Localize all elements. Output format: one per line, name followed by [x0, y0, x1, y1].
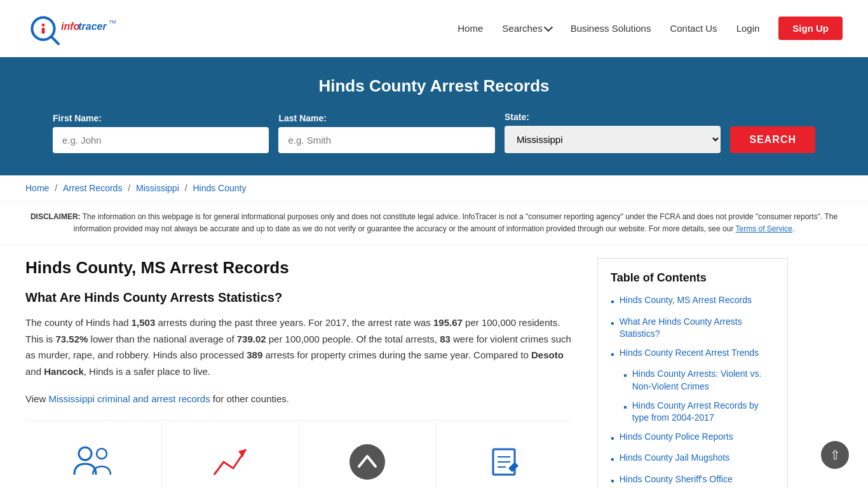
toc-link-6[interactable]: Hinds County Jail Mugshots: [620, 452, 730, 464]
svg-point-2: [42, 24, 45, 27]
svg-marker-9: [238, 449, 246, 458]
county-hancock: Hancock: [44, 366, 84, 377]
stat-property: 389: [247, 349, 262, 360]
toc-link-1[interactable]: What Are Hinds County Arrests Statistics…: [620, 316, 775, 341]
county-desoto: Desoto: [531, 349, 564, 360]
toc-item-5: Hinds County Police Reports: [611, 431, 775, 445]
svg-point-7: [79, 447, 92, 460]
stat-violent: 83: [440, 334, 451, 344]
svg-rect-3: [42, 27, 45, 34]
state-label: State:: [505, 112, 721, 122]
article-paragraph-1: The county of Hinds had 1,503 arrests du…: [25, 315, 572, 379]
toc-item-3: Hinds County Arrests: Violent vs. Non-Vi…: [611, 368, 775, 393]
breadcrumb-sep-2: /: [128, 183, 133, 193]
svg-text:tracer: tracer: [78, 21, 107, 32]
stat-icon-1: [25, 421, 162, 488]
breadcrumb-mississippi[interactable]: Mississippi: [136, 183, 179, 193]
article-main-heading: Hinds County, MS Arrest Records: [25, 258, 572, 278]
toc-box: Table of Contents Hinds County, MS Arres…: [597, 258, 788, 488]
stat-icon-2: [162, 421, 299, 488]
last-name-label: Last Name:: [278, 113, 494, 123]
svg-text:info: info: [61, 21, 80, 32]
stat-icon-4: [436, 421, 572, 488]
nav-contact-us[interactable]: Contact Us: [670, 23, 717, 34]
toc-item-1: What Are Hinds County Arrests Statistics…: [611, 316, 775, 341]
last-name-group: Last Name:: [278, 113, 494, 153]
article-stats-heading: What Are Hinds County Arrests Statistics…: [25, 290, 572, 305]
toc-link-4[interactable]: Hinds County Arrest Records by type from…: [632, 400, 775, 424]
toc-link-7[interactable]: Hinds County Sheriff's Office: [620, 473, 733, 486]
svg-line-1: [52, 37, 58, 43]
signup-button[interactable]: Sign Up: [778, 17, 843, 40]
stat-rate: 195.67: [433, 317, 463, 328]
last-name-input[interactable]: [278, 127, 494, 153]
breadcrumb-home[interactable]: Home: [25, 183, 49, 193]
ms-records-link[interactable]: Mississippi criminal and arrest records: [48, 393, 210, 404]
breadcrumb-sep-1: /: [55, 183, 60, 193]
toc-link-0[interactable]: Hinds County, MS Arrest Records: [620, 294, 752, 307]
site-header: info tracer TM Home Searches Business So…: [0, 0, 868, 57]
nav-login[interactable]: Login: [736, 23, 760, 34]
svg-point-8: [97, 449, 107, 459]
toc-item-4: Hinds County Arrest Records by type from…: [611, 400, 775, 424]
toc-item-2: Hinds County Recent Arrest Trends: [611, 347, 775, 362]
disclaimer-label: DISCLAIMER:: [31, 212, 81, 221]
toc-list: Hinds County, MS Arrest RecordsWhat Are …: [611, 294, 775, 488]
search-form: First Name: Last Name: State: AlabamaAla…: [53, 112, 815, 153]
search-button[interactable]: SEARCH: [730, 126, 815, 153]
first-name-group: First Name:: [53, 113, 269, 153]
main-nav: Home Searches Business Solutions Contact…: [458, 17, 843, 40]
toc-item-0: Hinds County, MS Arrest Records: [611, 294, 775, 309]
state-select[interactable]: AlabamaAlaskaArizonaArkansasCaliforniaCo…: [505, 126, 721, 153]
toc-link-3[interactable]: Hinds County Arrests: Violent vs. Non-Vi…: [632, 368, 775, 393]
logo[interactable]: info tracer TM: [25, 10, 127, 48]
toc-item-6: Hinds County Jail Mugshots: [611, 452, 775, 466]
toc-link-2[interactable]: Hinds County Recent Arrest Trends: [620, 347, 759, 360]
searches-chevron-icon: [544, 23, 553, 32]
toc-link-5[interactable]: Hinds County Police Reports: [620, 431, 733, 444]
article-view-text: View Mississippi criminal and arrest rec…: [25, 391, 572, 407]
searches-label: Searches: [502, 23, 542, 34]
breadcrumb-hinds-county[interactable]: Hinds County: [193, 183, 246, 193]
search-banner: Hinds County Arrest Records First Name: …: [0, 57, 868, 175]
nav-home[interactable]: Home: [458, 23, 483, 34]
article: Hinds County, MS Arrest Records What Are…: [25, 258, 597, 488]
disclaimer-bar: DISCLAIMER: The information on this webp…: [0, 201, 868, 245]
disclaimer-text: The information on this webpage is for g…: [74, 212, 837, 233]
svg-marker-15: [508, 462, 519, 472]
svg-text:TM: TM: [109, 19, 116, 25]
view-prefix: View: [25, 393, 48, 404]
first-name-label: First Name:: [53, 113, 269, 123]
toc-item-7: Hinds County Sheriff's Office: [611, 473, 775, 488]
stat-arrests: 1,503: [132, 317, 156, 328]
stat-icon-3: [299, 421, 436, 488]
nav-searches[interactable]: Searches: [502, 23, 551, 34]
breadcrumb-sep-3: /: [185, 183, 190, 193]
stats-icons-row: [25, 420, 572, 488]
first-name-input[interactable]: [53, 127, 269, 153]
banner-title: Hinds County Arrest Records: [25, 76, 843, 96]
terms-of-service-link[interactable]: Terms of Service: [736, 224, 792, 233]
nav-business-solutions[interactable]: Business Solutions: [571, 23, 651, 34]
svg-point-10: [349, 444, 385, 480]
stat-national: 739.02: [237, 334, 266, 344]
sidebar: Table of Contents Hinds County, MS Arres…: [597, 258, 788, 488]
view-suffix: for other counties.: [210, 393, 289, 404]
breadcrumb-arrest-records[interactable]: Arrest Records: [63, 183, 122, 193]
state-group: State: AlabamaAlaskaArizonaArkansasCalif…: [505, 112, 721, 153]
breadcrumb: Home / Arrest Records / Mississippi / Hi…: [0, 175, 868, 201]
stat-lower: 73.52%: [56, 334, 88, 344]
scroll-to-top-button[interactable]: ⇧: [821, 441, 849, 469]
toc-heading: Table of Contents: [611, 271, 775, 285]
main-content: Hinds County, MS Arrest Records What Are…: [0, 258, 868, 488]
